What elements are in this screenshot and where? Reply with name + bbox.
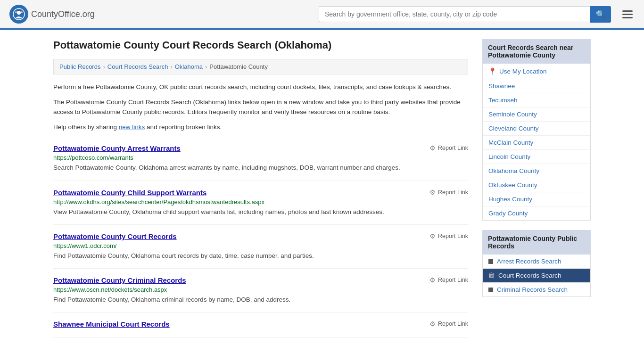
report-link-label: Report Link: [438, 321, 468, 327]
breadcrumb-sep: ›: [205, 63, 207, 70]
report-icon: ⚙: [429, 189, 436, 196]
report-icon: ⚙: [429, 144, 436, 152]
report-link[interactable]: ⚙ Report Link: [429, 144, 468, 152]
list-item: Oklahoma County: [483, 164, 590, 178]
result-item: Pottawatomie County Arrest Warrants ⚙ Re…: [53, 137, 468, 181]
nearby-section: Court Records Search near Pottawatomie C…: [482, 39, 591, 221]
report-link[interactable]: ⚙ Report Link: [429, 276, 468, 284]
nearby-link[interactable]: Oklahoma County: [483, 164, 590, 178]
logo-area: CountyOffice.org: [9, 5, 95, 24]
square-icon: [488, 259, 493, 264]
result-item: Pottawatomie County Criminal Records ⚙ R…: [53, 269, 468, 313]
nearby-link[interactable]: Shawnee: [483, 79, 590, 93]
result-header: Pottawatomie County Criminal Records ⚙ R…: [53, 276, 468, 284]
results-list: Pottawatomie County Arrest Warrants ⚙ Re…: [53, 137, 468, 338]
site-header: CountyOffice.org 🔍: [0, 0, 644, 30]
nearby-link[interactable]: McClain County: [483, 136, 590, 149]
public-records-header: Pottawatomie County Public Records: [482, 230, 591, 255]
nearby-link[interactable]: Seminole County: [483, 107, 590, 121]
list-item: Seminole County: [483, 107, 590, 122]
result-item: Shawnee Municipal Court Records ⚙ Report…: [53, 313, 468, 338]
nearby-link[interactable]: Grady County: [483, 206, 590, 220]
report-link[interactable]: ⚙ Report Link: [429, 189, 468, 196]
report-icon: ⚙: [429, 232, 436, 240]
result-item: Pottawatomie County Court Records ⚙ Repo…: [53, 225, 468, 269]
result-title[interactable]: Pottawatomie County Arrest Warrants: [53, 144, 181, 152]
list-item: McClain County: [483, 136, 590, 150]
nearby-link[interactable]: Lincoln County: [483, 150, 590, 164]
result-item: Pottawatomie County Child Support Warran…: [53, 181, 468, 225]
svg-point-3: [21, 11, 23, 13]
pin-icon: 📍: [488, 67, 496, 75]
result-header: Pottawatomie County Arrest Warrants ⚙ Re…: [53, 144, 468, 152]
svg-point-1: [17, 11, 21, 15]
result-desc: Find Pottawatomie County, Oklahoma crimi…: [53, 295, 468, 304]
pub-records-item: Arrest Records Search: [483, 255, 590, 269]
report-link[interactable]: ⚙ Report Link: [429, 232, 468, 240]
logo-icon: [9, 5, 28, 24]
report-link-label: Report Link: [438, 189, 468, 196]
breadcrumb-link-oklahoma[interactable]: Oklahoma: [175, 63, 203, 70]
hamburger-menu-button[interactable]: [620, 8, 635, 20]
breadcrumb-link-public-records[interactable]: Public Records: [59, 63, 100, 70]
report-icon: ⚙: [429, 276, 436, 284]
hamburger-line: [622, 17, 633, 18]
result-title[interactable]: Shawnee Municipal Court Records: [53, 320, 170, 328]
list-item: Cleveland County: [483, 122, 590, 136]
result-url: https://pottcoso.com/warrants: [53, 154, 468, 161]
report-link-label: Report Link: [438, 145, 468, 151]
pub-records-link[interactable]: Arrest Records Search: [497, 258, 561, 265]
list-item: Tecumseh: [483, 93, 590, 107]
nearby-link[interactable]: Cleveland County: [483, 122, 590, 135]
nearby-link[interactable]: Okfuskee County: [483, 178, 590, 192]
report-link[interactable]: ⚙ Report Link: [429, 320, 468, 328]
result-header: Shawnee Municipal Court Records ⚙ Report…: [53, 320, 468, 328]
search-button[interactable]: 🔍: [590, 6, 611, 23]
use-location-link[interactable]: Use My Location: [499, 68, 547, 75]
public-records-list: Arrest Records Search🏛Court Records Sear…: [482, 255, 591, 297]
result-header: Pottawatomie County Child Support Warran…: [53, 189, 468, 197]
search-icon: 🔍: [596, 10, 605, 18]
result-desc: Find Pottawatomie County, Oklahoma court…: [53, 251, 468, 261]
page-title: Pottawatomie County Court Records Search…: [53, 39, 468, 51]
nearby-link[interactable]: Tecumseh: [483, 93, 590, 107]
description-p3: Help others by sharing new links and rep…: [53, 122, 468, 132]
main-container: Pottawatomie County Court Records Search…: [39, 30, 605, 347]
content-area: Pottawatomie County Court Records Search…: [53, 39, 468, 338]
breadcrumb-sep: ›: [170, 63, 172, 70]
hamburger-line: [622, 14, 633, 15]
public-records-section: Pottawatomie County Public Records Arres…: [482, 230, 591, 297]
result-title[interactable]: Pottawatomie County Court Records: [53, 232, 177, 240]
breadcrumb-sep: ›: [103, 63, 105, 70]
nearby-header: Court Records Search near Pottawatomie C…: [482, 39, 591, 64]
pub-records-link[interactable]: Court Records Search: [498, 272, 561, 279]
list-item: Lincoln County: [483, 150, 590, 164]
pub-records-item: Criminal Records Search: [483, 283, 590, 296]
result-title[interactable]: Pottawatomie County Child Support Warran…: [53, 189, 206, 197]
result-url: http://www.okdhs.org/sites/searchcenter/…: [53, 198, 468, 206]
square-icon: [488, 288, 493, 292]
result-url: https://www.oscn.net/dockets/search.aspx: [53, 286, 468, 293]
breadcrumb: Public Records › Court Records Search › …: [53, 59, 468, 74]
breadcrumb-link-court-records[interactable]: Court Records Search: [107, 63, 168, 70]
pub-records-link[interactable]: Criminal Records Search: [497, 286, 568, 293]
search-container: 🔍: [319, 6, 611, 23]
list-item: Hughes County: [483, 192, 590, 206]
result-title[interactable]: Pottawatomie County Criminal Records: [53, 276, 186, 284]
report-link-label: Report Link: [438, 233, 468, 239]
new-links-link[interactable]: new links: [119, 123, 145, 131]
use-location-row[interactable]: 📍 Use My Location: [482, 64, 591, 79]
result-header: Pottawatomie County Court Records ⚙ Repo…: [53, 232, 468, 240]
list-item: Okfuskee County: [483, 178, 590, 192]
description-p2: The Pottawatomie County Court Records Se…: [53, 97, 468, 117]
logo-text: CountyOffice.org: [31, 9, 95, 19]
report-link-label: Report Link: [438, 277, 468, 283]
description-p1: Perform a free Pottawatomie County, OK p…: [53, 82, 468, 92]
nearby-link[interactable]: Hughes County: [483, 192, 590, 206]
result-desc: Search Pottawatomie County, Oklahoma arr…: [53, 163, 468, 173]
sidebar: Court Records Search near Pottawatomie C…: [482, 39, 591, 338]
list-item: Grady County: [483, 206, 590, 220]
search-input[interactable]: [319, 6, 590, 22]
hamburger-line: [622, 10, 633, 12]
breadcrumb-current: Pottawatomie County: [209, 63, 268, 70]
